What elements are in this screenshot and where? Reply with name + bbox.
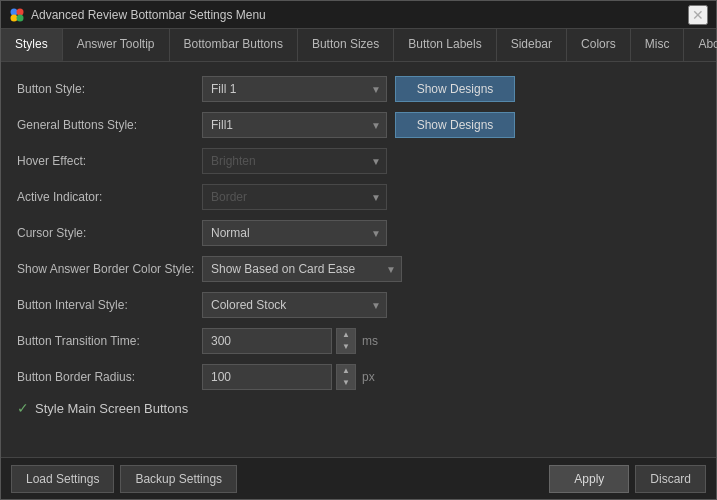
tab-styles[interactable]: Styles — [1, 29, 63, 61]
show-designs-button-2[interactable]: Show Designs — [395, 112, 515, 138]
discard-button[interactable]: Discard — [635, 465, 706, 493]
footer: Load Settings Backup Settings Apply Disc… — [1, 457, 716, 499]
transition-time-unit: ms — [362, 334, 378, 348]
hover-effect-select[interactable]: Brighten Darken None — [202, 148, 387, 174]
transition-time-spinbox: ▲ ▼ ms — [202, 328, 378, 354]
hover-effect-label: Hover Effect: — [17, 154, 202, 168]
general-buttons-controls: Fill1 Fill2 Outline Flat ▼ Show Designs — [202, 112, 700, 138]
border-radius-spinbox: ▲ ▼ px — [202, 364, 375, 390]
border-radius-label: Button Border Radius: — [17, 370, 202, 384]
border-radius-down[interactable]: ▼ — [337, 377, 355, 389]
general-buttons-select-wrap: Fill1 Fill2 Outline Flat ▼ — [202, 112, 387, 138]
transition-time-up[interactable]: ▲ — [337, 329, 355, 341]
general-buttons-style-label: General Buttons Style: — [17, 118, 202, 132]
svg-point-0 — [11, 8, 18, 15]
transition-time-row: Button Transition Time: ▲ ▼ ms — [17, 328, 700, 354]
general-buttons-select[interactable]: Fill1 Fill2 Outline Flat — [202, 112, 387, 138]
general-buttons-style-row: General Buttons Style: Fill1 Fill2 Outli… — [17, 112, 700, 138]
style-main-label: Style Main Screen Buttons — [35, 401, 188, 416]
svg-point-1 — [17, 8, 24, 15]
svg-point-3 — [17, 14, 24, 21]
show-answer-border-select-wrap: Show Based on Card Ease Always Show Neve… — [202, 256, 402, 282]
tab-colors[interactable]: Colors — [567, 29, 631, 61]
app-icon — [9, 7, 25, 23]
button-interval-select[interactable]: Colored Stock Plain None — [202, 292, 387, 318]
show-designs-button-1[interactable]: Show Designs — [395, 76, 515, 102]
button-style-select[interactable]: Fill 1 Fill 2 Outline Flat — [202, 76, 387, 102]
tab-sidebar[interactable]: Sidebar — [497, 29, 567, 61]
show-answer-border-label: Show Answer Border Color Style: — [17, 262, 202, 276]
transition-time-down[interactable]: ▼ — [337, 341, 355, 353]
window-title: Advanced Review Bottombar Settings Menu — [31, 8, 688, 22]
active-indicator-controls: Border Underline None ▼ — [202, 184, 700, 210]
border-radius-up[interactable]: ▲ — [337, 365, 355, 377]
button-style-controls: Fill 1 Fill 2 Outline Flat ▼ Show Design… — [202, 76, 700, 102]
show-answer-border-select[interactable]: Show Based on Card Ease Always Show Neve… — [202, 256, 402, 282]
border-radius-row: Button Border Radius: ▲ ▼ px — [17, 364, 700, 390]
button-interval-select-wrap: Colored Stock Plain None ▼ — [202, 292, 387, 318]
tab-button-labels[interactable]: Button Labels — [394, 29, 496, 61]
title-bar: Advanced Review Bottombar Settings Menu … — [1, 1, 716, 29]
hover-effect-controls: Brighten Darken None ▼ — [202, 148, 700, 174]
tab-button-sizes[interactable]: Button Sizes — [298, 29, 394, 61]
backup-settings-button[interactable]: Backup Settings — [120, 465, 237, 493]
button-style-label: Button Style: — [17, 82, 202, 96]
cursor-style-row: Cursor Style: Normal Pointer Default ▼ — [17, 220, 700, 246]
svg-point-2 — [11, 14, 18, 21]
cursor-style-controls: Normal Pointer Default ▼ — [202, 220, 700, 246]
show-answer-border-controls: Show Based on Card Ease Always Show Neve… — [202, 256, 700, 282]
style-main-check-icon: ✓ — [17, 400, 29, 416]
main-content: Button Style: Fill 1 Fill 2 Outline Flat… — [1, 62, 716, 457]
border-radius-controls: ▲ ▼ px — [202, 364, 700, 390]
tab-bar: Styles Answer Tooltip Bottombar Buttons … — [1, 29, 716, 62]
tab-misc[interactable]: Misc — [631, 29, 685, 61]
main-window: Advanced Review Bottombar Settings Menu … — [0, 0, 717, 500]
hover-effect-select-wrap: Brighten Darken None ▼ — [202, 148, 387, 174]
tab-answer-tooltip[interactable]: Answer Tooltip — [63, 29, 170, 61]
active-indicator-select[interactable]: Border Underline None — [202, 184, 387, 210]
hover-effect-row: Hover Effect: Brighten Darken None ▼ — [17, 148, 700, 174]
border-radius-arrows: ▲ ▼ — [336, 364, 356, 390]
load-settings-button[interactable]: Load Settings — [11, 465, 114, 493]
apply-button[interactable]: Apply — [549, 465, 629, 493]
transition-time-arrows: ▲ ▼ — [336, 328, 356, 354]
button-interval-controls: Colored Stock Plain None ▼ — [202, 292, 700, 318]
button-interval-label: Button Interval Style: — [17, 298, 202, 312]
border-radius-unit: px — [362, 370, 375, 384]
tab-bottombar-buttons[interactable]: Bottombar Buttons — [170, 29, 298, 61]
transition-time-controls: ▲ ▼ ms — [202, 328, 700, 354]
cursor-style-label: Cursor Style: — [17, 226, 202, 240]
button-style-row: Button Style: Fill 1 Fill 2 Outline Flat… — [17, 76, 700, 102]
button-interval-row: Button Interval Style: Colored Stock Pla… — [17, 292, 700, 318]
show-answer-border-row: Show Answer Border Color Style: Show Bas… — [17, 256, 700, 282]
tab-about[interactable]: About — [684, 29, 717, 61]
transition-time-input[interactable] — [202, 328, 332, 354]
cursor-style-select[interactable]: Normal Pointer Default — [202, 220, 387, 246]
active-indicator-select-wrap: Border Underline None ▼ — [202, 184, 387, 210]
close-button[interactable]: ✕ — [688, 5, 708, 25]
transition-time-label: Button Transition Time: — [17, 334, 202, 348]
button-style-select-wrap: Fill 1 Fill 2 Outline Flat ▼ — [202, 76, 387, 102]
footer-right: Apply Discard — [549, 465, 706, 493]
active-indicator-label: Active Indicator: — [17, 190, 202, 204]
border-radius-input[interactable] — [202, 364, 332, 390]
active-indicator-row: Active Indicator: Border Underline None … — [17, 184, 700, 210]
style-main-row: ✓ Style Main Screen Buttons — [17, 400, 700, 416]
cursor-style-select-wrap: Normal Pointer Default ▼ — [202, 220, 387, 246]
